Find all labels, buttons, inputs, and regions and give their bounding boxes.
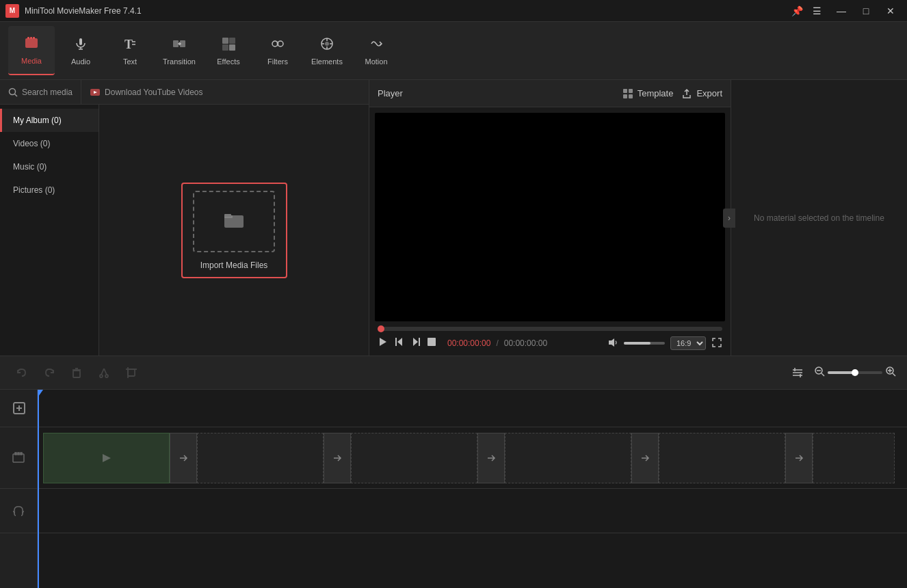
toolbar: Media Audio T Text <box>0 22 907 80</box>
prev-frame-button[interactable] <box>394 336 405 350</box>
video-segment-6[interactable] <box>813 433 895 483</box>
toolbar-audio[interactable]: Audio <box>57 26 104 75</box>
transition-4[interactable] <box>631 433 659 483</box>
collapse-panel-button[interactable]: › <box>723 209 735 228</box>
svg-rect-4 <box>79 38 82 45</box>
sidebar-item-videos[interactable]: Videos (0) <box>0 132 98 155</box>
svg-rect-32 <box>623 89 627 93</box>
transition-icon-4 <box>639 452 651 464</box>
video-segment-5[interactable] <box>659 433 785 483</box>
timeline-track-icons <box>0 427 37 588</box>
audio-track-icon[interactable] <box>0 489 37 533</box>
toolbar-transition[interactable]: Transition <box>156 26 202 75</box>
crop-button[interactable] <box>120 362 142 384</box>
player-area: Player Template Export <box>369 80 731 356</box>
download-youtube-button[interactable]: Download YouTube Videos <box>81 80 211 105</box>
svg-rect-71 <box>21 453 22 455</box>
svg-rect-14 <box>229 38 235 44</box>
left-panel-body: My Album (0) Videos (0) Music (0) Pictur… <box>0 105 369 356</box>
play-button[interactable] <box>378 336 389 350</box>
bottom-toolbar <box>0 356 907 390</box>
video-segment-2[interactable] <box>197 433 324 483</box>
svg-text:T: T <box>124 38 133 51</box>
svg-rect-15 <box>229 44 235 51</box>
timeline-content <box>38 390 907 588</box>
timeline-add-media-button[interactable] <box>0 390 38 427</box>
toolbar-motion-label: Motion <box>365 57 387 66</box>
video-segment-icon <box>100 451 114 465</box>
next-frame-button[interactable] <box>410 336 421 350</box>
title-bar: M MiniTool MovieMaker Free 7.4.1 📌 ☰ — □… <box>0 0 907 22</box>
transition-icon <box>172 36 187 55</box>
youtube-icon <box>90 88 101 97</box>
video-segment-3[interactable] <box>351 433 477 483</box>
main-area: Search media Download YouTube Videos My … <box>0 80 907 356</box>
timeline-fit-button[interactable] <box>787 362 809 384</box>
import-media-box[interactable]: Import Media Files <box>181 183 287 278</box>
cut-button[interactable] <box>93 362 115 384</box>
toolbar-text[interactable]: T Text <box>107 26 153 75</box>
motion-icon <box>369 36 384 55</box>
svg-rect-13 <box>222 44 228 51</box>
player-label: Player <box>378 88 403 98</box>
sidebar-item-pictures[interactable]: Pictures (0) <box>0 178 98 202</box>
maximize-button[interactable]: □ <box>855 3 877 19</box>
toolbar-media[interactable]: Media <box>8 26 55 75</box>
toolbar-effects[interactable]: Effects <box>205 26 252 75</box>
timeline <box>0 390 907 588</box>
toolbar-text-label: Text <box>123 57 137 66</box>
minimize-button[interactable]: — <box>830 3 852 19</box>
delete-button[interactable] <box>66 362 88 384</box>
progress-bar[interactable] <box>378 327 722 331</box>
volume-icon[interactable] <box>607 337 618 350</box>
svg-rect-68 <box>13 454 24 462</box>
media-icon <box>24 36 39 54</box>
undo-button[interactable] <box>11 362 33 384</box>
toolbar-effects-label: Effects <box>217 57 239 66</box>
svg-rect-0 <box>25 38 38 48</box>
search-media-button[interactable]: Search media <box>0 80 81 105</box>
video-track-icon[interactable] <box>0 427 37 489</box>
time-separator: / <box>496 338 498 348</box>
svg-rect-10 <box>173 40 179 47</box>
transition-5[interactable] <box>785 433 813 483</box>
svg-line-26 <box>15 94 18 96</box>
toolbar-filters[interactable]: Filters <box>254 26 301 75</box>
toolbar-elements[interactable]: Elements <box>304 26 350 75</box>
zoom-out-button[interactable] <box>814 366 825 379</box>
svg-marker-36 <box>380 338 386 346</box>
video-segment-4[interactable] <box>505 433 631 483</box>
zoom-slider-dot <box>852 369 858 376</box>
toolbar-media-label: Media <box>21 57 42 65</box>
sidebar-item-music[interactable]: Music (0) <box>0 155 98 178</box>
stop-button[interactable] <box>427 337 436 349</box>
sidebar-item-album[interactable]: My Album (0) <box>0 109 98 132</box>
svg-rect-31 <box>224 214 231 217</box>
svg-rect-43 <box>73 371 80 377</box>
video-segment-1[interactable] <box>43 433 170 483</box>
transition-2[interactable] <box>324 433 351 483</box>
svg-rect-1 <box>27 37 29 39</box>
template-button[interactable]: Template <box>622 88 674 99</box>
sidebar: My Album (0) Videos (0) Music (0) Pictur… <box>0 105 99 356</box>
transition-3[interactable] <box>477 433 505 483</box>
pin-icon[interactable]: 📌 <box>791 5 803 16</box>
zoom-slider[interactable] <box>828 371 882 374</box>
fullscreen-button[interactable] <box>711 337 722 350</box>
transition-1[interactable] <box>170 433 197 483</box>
volume-fill <box>624 342 650 345</box>
toolbar-motion[interactable]: Motion <box>353 26 399 75</box>
aspect-ratio-select[interactable]: 16:9 4:3 1:1 9:16 <box>670 336 706 350</box>
volume-slider[interactable] <box>624 342 665 345</box>
close-button[interactable]: ✕ <box>880 3 902 19</box>
redo-button[interactable] <box>38 362 60 384</box>
svg-rect-2 <box>30 37 32 39</box>
player-controls: 00:00:00:00 / 00:00:00:00 <box>369 327 731 356</box>
zoom-in-button[interactable] <box>885 366 896 379</box>
menu-button[interactable]: ☰ <box>806 3 828 19</box>
export-button[interactable]: Export <box>681 88 722 99</box>
controls-left: 00:00:00:00 / 00:00:00:00 <box>378 336 547 350</box>
svg-rect-12 <box>222 38 228 44</box>
toolbar-audio-label: Audio <box>71 57 90 66</box>
time-current: 00:00:00:00 <box>447 338 490 348</box>
